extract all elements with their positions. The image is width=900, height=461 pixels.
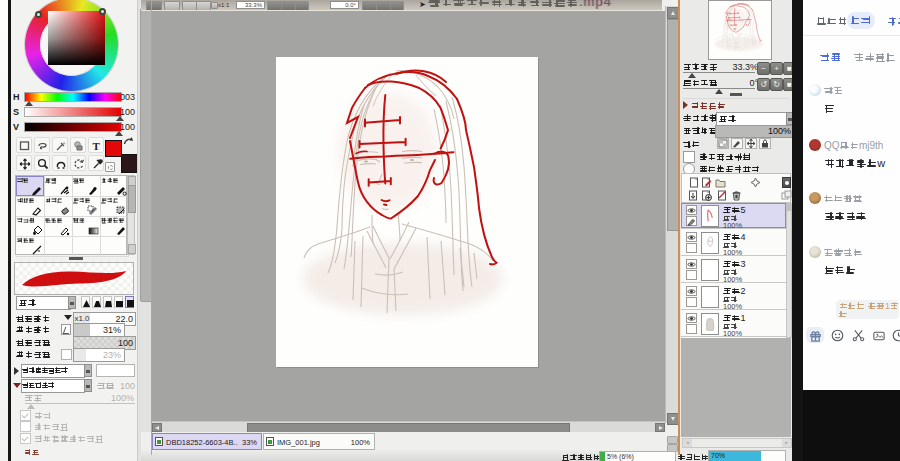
svg-text:T: T (93, 140, 101, 152)
